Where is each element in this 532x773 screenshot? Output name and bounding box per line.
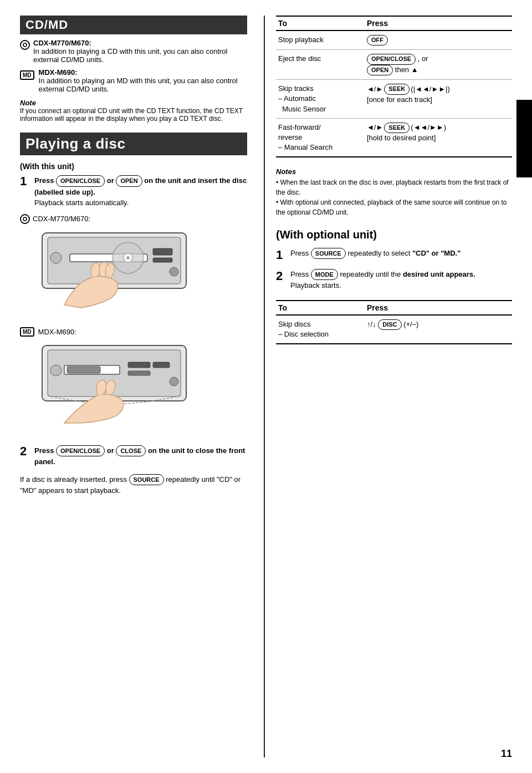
mdx-disc-image xyxy=(31,340,197,429)
cdx-device-text: In addition to playing a CD with this un… xyxy=(33,47,227,64)
skip-discs-to: Skip discs – Disc selection xyxy=(276,318,365,340)
disc-btn: DISC xyxy=(378,319,401,330)
notes-item-1: When the last track on the disc is over,… xyxy=(276,177,512,197)
source-btn-bottom: SOURCE xyxy=(129,474,164,486)
open-close-btn-1: OPEN/CLOSE xyxy=(56,175,105,187)
eject-press: OPEN/CLOSE , or OPEN then ▲ xyxy=(365,53,512,77)
table-row-ff: Fast-forward/reverse – Manual Search ◄/►… xyxy=(276,119,512,158)
optional-step-1: 1 Press SOURCE repeatedly to select "CD"… xyxy=(276,248,512,262)
mdx-device-text: In addition to playing an MD with this u… xyxy=(39,77,238,93)
black-decorative-bar xyxy=(516,100,532,177)
top-table: To Press Stop playback OFF Eject the dis… xyxy=(276,16,512,157)
notes-title: Notes xyxy=(276,166,512,177)
optional-title: (With optional unit) xyxy=(276,228,512,241)
stop-press: OFF xyxy=(365,34,512,47)
col-press-header: Press xyxy=(365,18,512,29)
cdx-disc-image xyxy=(31,227,197,316)
optional-step-2-num: 2 xyxy=(276,269,286,283)
svg-point-10 xyxy=(50,252,62,263)
ff-to: Fast-forward/reverse – Manual Search xyxy=(276,121,365,154)
page-number: 11 xyxy=(501,748,512,760)
eject-to: Eject the disc xyxy=(276,53,365,65)
mode-btn: MODE xyxy=(311,269,338,281)
notes-block: Notes When the last track on the disc is… xyxy=(276,166,512,217)
cdx-small-icon xyxy=(20,214,30,224)
ff-seek-block: ◄/► SEEK (◄◄/►►) xyxy=(367,123,446,133)
step-1: 1 Press OPEN/CLOSE or OPEN on the unit a… xyxy=(20,175,247,208)
md-small-icon: MD xyxy=(20,327,34,337)
bottom-col-to-header: To xyxy=(276,302,365,313)
skip-discs-row: Skip discs – Disc selection ↑/↓ DISC (+/… xyxy=(276,316,512,344)
optional-step-1-num: 1 xyxy=(276,248,286,262)
table-row-stop: Stop playback OFF xyxy=(276,31,512,50)
source-btn-opt: SOURCE xyxy=(311,248,346,260)
playing-title: Playing a disc xyxy=(20,133,247,155)
cdx-label-text: CDX-M770/M670: xyxy=(33,215,90,223)
cdx-device-entry: CDX-M770/M670: In addition to playing a … xyxy=(20,39,247,64)
svg-rect-11 xyxy=(153,248,172,255)
svg-rect-12 xyxy=(153,258,172,262)
svg-rect-19 xyxy=(128,362,150,368)
cdx-label: CDX-M770/M670: xyxy=(20,214,247,224)
svg-point-21 xyxy=(170,377,178,386)
table-row-eject: Eject the disc OPEN/CLOSE , or OPEN then… xyxy=(276,50,512,80)
step-1-num: 1 xyxy=(20,175,30,187)
svg-point-2 xyxy=(21,215,29,223)
ff-press: ◄/► SEEK (◄◄/►►) [hold to desired point] xyxy=(365,121,512,145)
skip-to: Skip tracks – Automatic Music Sensor xyxy=(276,83,365,115)
seek-btn-skip: SEEK xyxy=(384,84,410,94)
optional-step-1-content: Press SOURCE repeatedly to select "CD" o… xyxy=(290,248,461,260)
note-block: Note If you connect an optional CD unit … xyxy=(20,99,247,123)
close-btn: CLOSE xyxy=(116,445,146,457)
step-2-content: Press OPEN/CLOSE or CLOSE on the unit to… xyxy=(34,445,247,467)
mdx-device-name: MDX-M690: xyxy=(39,68,78,77)
optional-step-2-content: Press MODE repeatedly until the desired … xyxy=(290,269,475,291)
cd-icon xyxy=(20,40,30,52)
with-unit-label: (With this unit) xyxy=(20,162,247,171)
bottom-col-press-header: Press xyxy=(365,302,512,313)
off-btn: OFF xyxy=(367,35,388,45)
mdx-device-desc: MDX-M690: In addition to playing an MD w… xyxy=(39,68,247,93)
notes-item-2: With optional unit connected, playback o… xyxy=(276,197,512,217)
notes-list: When the last track on the disc is over,… xyxy=(276,177,512,217)
bottom-table: To Press Skip discs – Disc selection ↑/↓… xyxy=(276,300,512,344)
svg-rect-20 xyxy=(153,362,170,368)
bottom-table-header: To Press xyxy=(276,300,512,316)
optional-step-2: 2 Press MODE repeatedly until the desire… xyxy=(276,269,512,291)
cdx-device-name: CDX-M770/M670: xyxy=(33,39,91,47)
right-column: To Press Stop playback OFF Eject the dis… xyxy=(264,16,512,757)
md-icon: MD xyxy=(20,69,35,80)
open-close-btn-2: OPEN/CLOSE xyxy=(56,445,105,457)
open-close-btn-eject: OPEN/CLOSE xyxy=(367,54,416,64)
page-title: CD/MD xyxy=(20,16,247,34)
mdx-disc-svg xyxy=(31,340,197,429)
open-btn-eject: OPEN xyxy=(367,65,393,75)
svg-point-9 xyxy=(126,256,130,260)
table-header: To Press xyxy=(276,16,512,31)
skip-discs-press: ↑/↓ DISC (+/–) xyxy=(365,318,512,331)
mdx-label-inline: MD MDX-M690: xyxy=(20,327,247,337)
stop-to: Stop playback xyxy=(276,34,365,46)
step-1-content: Press OPEN/CLOSE or OPEN on the unit and… xyxy=(34,175,247,208)
svg-rect-22 xyxy=(128,371,150,375)
note-title: Note xyxy=(20,99,247,107)
mdx-label-text: MDX-M690: xyxy=(38,328,76,336)
seek-btn-ff: SEEK xyxy=(384,123,410,133)
svg-point-1 xyxy=(23,43,27,47)
note-text: If you connect an optional CD unit with … xyxy=(20,107,247,123)
skip-seek-block: ◄/► SEEK (|◄◄/►►|) xyxy=(367,84,450,94)
step-1-sub: Playback starts automatically. xyxy=(34,199,129,207)
svg-point-3 xyxy=(23,217,27,221)
step-2: 2 Press OPEN/CLOSE or CLOSE on the unit … xyxy=(20,445,247,467)
svg-point-18 xyxy=(50,365,62,376)
col-to-header: To xyxy=(276,18,365,29)
svg-rect-17 xyxy=(67,367,100,373)
svg-point-0 xyxy=(21,40,29,49)
cdx-device-desc: CDX-M770/M670: In addition to playing a … xyxy=(33,39,247,64)
svg-point-13 xyxy=(170,267,178,276)
skip-press: ◄/► SEEK (|◄◄/►►|) [once for each track] xyxy=(365,83,512,106)
mdx-device-entry: MD MDX-M690: In addition to playing an M… xyxy=(20,68,247,93)
open-btn-1: OPEN xyxy=(116,175,142,187)
bottom-text: If a disc is already inserted, press SOU… xyxy=(20,474,247,496)
table-row-skip: Skip tracks – Automatic Music Sensor ◄/►… xyxy=(276,80,512,119)
